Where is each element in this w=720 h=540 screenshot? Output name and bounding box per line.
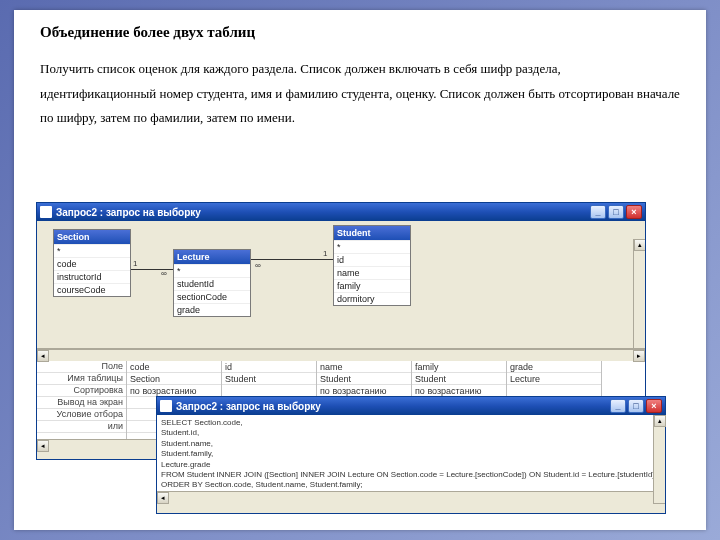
sql-line: Student.name, (161, 439, 661, 449)
table-section[interactable]: Section * code instructorId courseCode (53, 229, 131, 297)
table-header: Section (54, 230, 130, 244)
scrollbar-horizontal[interactable]: ◂ ▸ (157, 491, 665, 503)
scrollbar-vertical[interactable]: ▴ (653, 415, 665, 503)
field[interactable]: sectionCode (174, 290, 250, 303)
table-student[interactable]: Student * id name family dormitory (333, 225, 411, 306)
minimize-button[interactable]: _ (590, 205, 606, 219)
field[interactable]: * (174, 264, 250, 277)
join-label: ∞ (161, 269, 167, 278)
app-icon (160, 400, 172, 412)
scroll-up-icon[interactable]: ▴ (654, 415, 666, 427)
table-header: Lecture (174, 250, 250, 264)
qbe-cell[interactable]: Lecture (507, 373, 601, 385)
field[interactable]: id (334, 253, 410, 266)
row-label: Имя таблицы (37, 373, 126, 385)
row-label: или (37, 421, 126, 433)
sql-line: Student.family, (161, 449, 661, 459)
scrollbar-vertical[interactable]: ▴ (633, 239, 645, 349)
join-line[interactable] (251, 259, 333, 260)
sql-line: Student.id, (161, 428, 661, 438)
sql-line: SELECT Section.code, (161, 418, 661, 428)
qbe-cell[interactable]: family (412, 361, 506, 373)
scroll-left-icon[interactable]: ◂ (37, 440, 49, 452)
table-lecture[interactable]: Lecture * studentId sectionCode grade (173, 249, 251, 317)
sql-line: Lecture.grade (161, 460, 661, 470)
qbe-cell[interactable]: grade (507, 361, 601, 373)
qbe-row-labels: Поле Имя таблицы Сортировка Вывод на экр… (37, 361, 127, 439)
maximize-button[interactable]: □ (628, 399, 644, 413)
field[interactable]: * (54, 244, 130, 257)
join-label: ∞ (255, 261, 261, 270)
qbe-cell[interactable]: code (127, 361, 221, 373)
task-paragraph: Получить список оценок для каждого разде… (40, 57, 680, 131)
page-title: Объединение более двух таблиц (40, 24, 680, 41)
field[interactable]: dormitory (334, 292, 410, 305)
join-label: 1 (133, 259, 137, 268)
field[interactable]: name (334, 266, 410, 279)
field[interactable]: family (334, 279, 410, 292)
titlebar[interactable]: Запрос2 : запрос на выборку _ □ × (37, 203, 645, 221)
table-header: Student (334, 226, 410, 240)
field[interactable]: code (54, 257, 130, 270)
qbe-cell[interactable]: Student (412, 373, 506, 385)
window-title: Запрос2 : запрос на выборку (176, 401, 321, 412)
qbe-cell[interactable]: id (222, 361, 316, 373)
row-label: Условие отбора (37, 409, 126, 421)
field[interactable]: * (334, 240, 410, 253)
minimize-button[interactable]: _ (610, 399, 626, 413)
maximize-button[interactable]: □ (608, 205, 624, 219)
sql-line: FROM Student INNER JOIN ([Section] INNER… (161, 470, 661, 480)
qbe-cell[interactable]: Student (317, 373, 411, 385)
field[interactable]: instructorId (54, 270, 130, 283)
field[interactable]: grade (174, 303, 250, 316)
scroll-up-icon[interactable]: ▴ (634, 239, 645, 251)
app-icon (40, 206, 52, 218)
field[interactable]: courseCode (54, 283, 130, 296)
sql-line: ORDER BY Section.code, Student.name, Stu… (161, 480, 661, 490)
qbe-cell[interactable]: name (317, 361, 411, 373)
scrollbar-horizontal[interactable]: ◂ ▸ (37, 349, 645, 361)
row-label: Вывод на экран (37, 397, 126, 409)
window-title: Запрос2 : запрос на выборку (56, 207, 201, 218)
sql-view-window: Запрос2 : запрос на выборку _ □ × SELECT… (156, 396, 666, 514)
row-label: Поле (37, 361, 126, 373)
join-label: 1 (323, 249, 327, 258)
field[interactable]: studentId (174, 277, 250, 290)
scroll-left-icon[interactable]: ◂ (157, 492, 169, 504)
close-button[interactable]: × (646, 399, 662, 413)
close-button[interactable]: × (626, 205, 642, 219)
relationship-diagram[interactable]: Section * code instructorId courseCode L… (37, 221, 645, 349)
sql-text[interactable]: SELECT Section.code,Student.id,Student.n… (157, 415, 665, 491)
qbe-cell[interactable]: Student (222, 373, 316, 385)
titlebar[interactable]: Запрос2 : запрос на выборку _ □ × (157, 397, 665, 415)
row-label: Сортировка (37, 385, 126, 397)
qbe-cell[interactable]: Section (127, 373, 221, 385)
